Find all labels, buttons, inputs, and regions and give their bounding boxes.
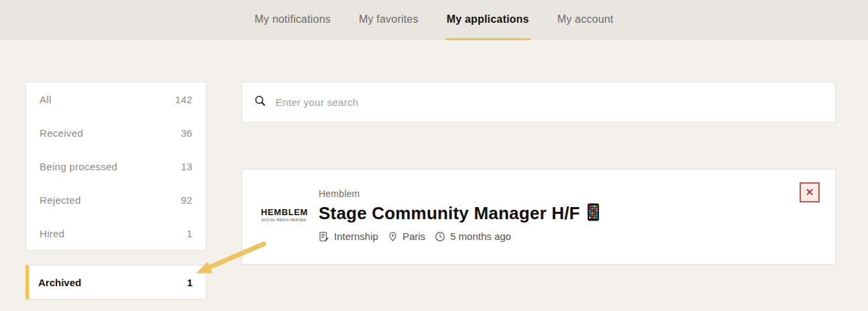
filter-rejected[interactable]: Rejected 92: [26, 183, 206, 216]
filter-all[interactable]: All 142: [26, 82, 206, 116]
contract-label: Internship: [334, 231, 378, 242]
company-name: Hemblem: [319, 188, 600, 199]
filter-label: Being processed: [40, 161, 117, 172]
filter-count: 142: [175, 94, 193, 105]
location: Paris: [388, 231, 425, 242]
filter-count: 13: [181, 161, 193, 172]
company-logo-text: HEMBLEM: [261, 208, 307, 216]
remove-application-button[interactable]: ✕: [800, 182, 820, 202]
posted-time: 5 months ago: [435, 231, 511, 242]
contract-icon: [319, 231, 329, 242]
company-logo: HEMBLEM SOCIAL MEDIA HEROES: [261, 208, 307, 222]
top-navigation: My notifications My favorites My applica…: [0, 0, 868, 40]
filter-label: All: [40, 94, 52, 105]
filter-count: 36: [181, 127, 193, 139]
search-icon: [254, 95, 266, 110]
contract-type: Internship: [319, 231, 378, 242]
filter-label: Hired: [40, 228, 64, 239]
tab-my-account[interactable]: My account: [556, 0, 615, 40]
filter-archived[interactable]: Archived 1: [25, 265, 207, 300]
job-meta: Internship Paris: [319, 231, 600, 242]
filter-count: 1: [187, 277, 193, 288]
filter-label: Rejected: [40, 194, 81, 206]
job-title: Stage Community Manager H/F: [319, 203, 580, 224]
search-input[interactable]: [274, 96, 823, 109]
my-applications-page: My notifications My favorites My applica…: [0, 0, 868, 311]
location-pin-icon: [388, 231, 398, 242]
tab-my-favorites[interactable]: My favorites: [358, 0, 420, 40]
close-icon: ✕: [806, 186, 814, 198]
mobile-phone-emoji-icon: [587, 203, 600, 224]
filter-label: Archived: [38, 277, 81, 288]
filter-received[interactable]: Received 36: [26, 116, 206, 149]
tab-my-notifications[interactable]: My notifications: [254, 0, 332, 40]
company-logo-tagline: SOCIAL MEDIA HEROES: [261, 218, 307, 222]
filter-being-processed[interactable]: Being processed 13: [26, 149, 206, 183]
tab-my-applications[interactable]: My applications: [445, 0, 531, 40]
filter-label: Received: [40, 127, 83, 139]
application-filters: All 142 Received 36 Being processed 13 R…: [25, 82, 207, 251]
filter-count: 1: [186, 228, 193, 239]
application-details: Hemblem Stage Community Manager H/F: [319, 188, 600, 242]
filter-hired[interactable]: Hired 1: [26, 216, 206, 250]
location-label: Paris: [402, 231, 425, 242]
clock-icon: [435, 231, 445, 242]
application-card[interactable]: HEMBLEM SOCIAL MEDIA HEROES Hemblem Stag…: [241, 169, 836, 265]
search-bar: [241, 82, 836, 123]
filter-count: 92: [181, 194, 193, 206]
posted-label: 5 months ago: [450, 231, 511, 242]
